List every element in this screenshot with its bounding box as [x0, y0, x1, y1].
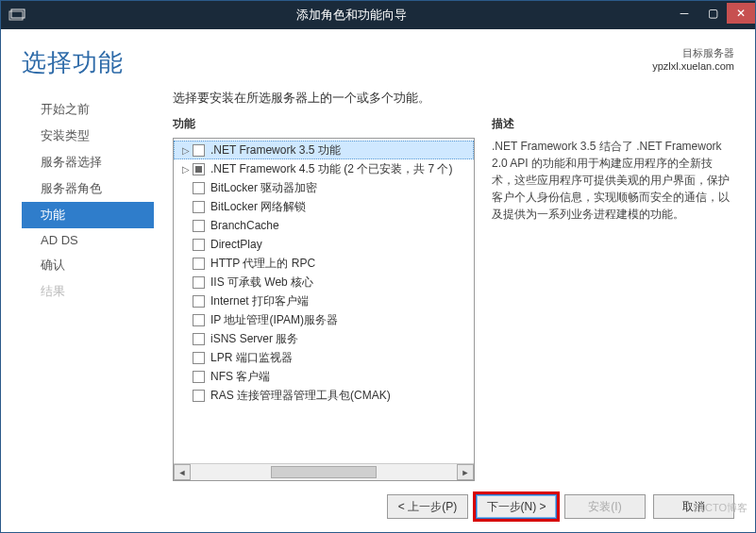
feature-label: RAS 连接管理器管理工具包(CMAK)	[210, 388, 391, 404]
feature-checkbox[interactable]	[193, 276, 205, 289]
feature-label: HTTP 代理上的 RPC	[210, 256, 315, 272]
feature-label: BitLocker 驱动器加密	[210, 180, 317, 196]
content-area: 选择功能 目标服务器 ypzlxl.xuelan.com 开始之前安装类型服务器…	[1, 29, 755, 532]
expand-icon[interactable]: ▷	[179, 164, 193, 175]
target-server-info: 目标服务器 ypzlxl.xuelan.com	[652, 46, 734, 72]
wizard-steps-sidebar: 开始之前安装类型服务器选择服务器角色功能AD DS确认结果	[22, 91, 154, 481]
sidebar-step-7: 结果	[22, 278, 154, 305]
feature-row-4[interactable]: BranchCache	[174, 216, 474, 235]
features-heading: 功能	[173, 116, 475, 132]
next-button[interactable]: 下一步(N) >	[476, 494, 557, 519]
feature-row-3[interactable]: BitLocker 网络解锁	[174, 197, 474, 216]
description-heading: 描述	[492, 116, 734, 132]
window-controls: ─ ▢ ✕	[670, 7, 755, 24]
feature-checkbox[interactable]	[193, 352, 205, 364]
target-server-value: ypzlxl.xuelan.com	[652, 60, 734, 72]
feature-label: IIS 可承载 Web 核心	[210, 275, 313, 291]
scroll-track[interactable]	[191, 464, 457, 480]
feature-label: NFS 客户端	[210, 369, 270, 385]
page-title: 选择功能	[22, 46, 124, 79]
feature-row-7[interactable]: IIS 可承载 Web 核心	[174, 273, 474, 291]
feature-checkbox[interactable]	[193, 239, 205, 251]
sidebar-step-5[interactable]: AD DS	[22, 228, 154, 252]
maximize-button[interactable]: ▢	[698, 3, 727, 24]
feature-label: LPR 端口监视器	[210, 350, 293, 366]
feature-checkbox[interactable]	[193, 390, 205, 402]
features-column: 功能 ▷.NET Framework 3.5 功能▷.NET Framework…	[173, 116, 475, 481]
header-row: 选择功能 目标服务器 ypzlxl.xuelan.com	[22, 46, 734, 79]
description-text: .NET Framework 3.5 结合了 .NET Framework 2.…	[492, 138, 734, 223]
feature-checkbox[interactable]	[193, 144, 205, 157]
feature-row-10[interactable]: iSNS Server 服务	[174, 329, 474, 348]
columns: 功能 ▷.NET Framework 3.5 功能▷.NET Framework…	[173, 116, 734, 481]
feature-row-8[interactable]: Internet 打印客户端	[174, 291, 474, 310]
footer-buttons: < 上一步(P) 下一步(N) > 安装(I) 取消	[22, 481, 734, 519]
feature-checkbox[interactable]	[193, 314, 205, 326]
feature-checkbox[interactable]	[193, 258, 205, 270]
features-list[interactable]: ▷.NET Framework 3.5 功能▷.NET Framework 4.…	[174, 139, 474, 463]
feature-checkbox[interactable]	[193, 201, 205, 213]
main-panel: 选择要安装在所选服务器上的一个或多个功能。 功能 ▷.NET Framework…	[173, 91, 734, 481]
feature-label: BranchCache	[210, 219, 279, 232]
sidebar-step-2[interactable]: 服务器选择	[22, 149, 154, 175]
sidebar-step-4[interactable]: 功能	[22, 202, 154, 228]
titlebar[interactable]: 添加角色和功能向导 ─ ▢ ✕	[1, 1, 755, 29]
scroll-right-button[interactable]: ►	[457, 464, 474, 480]
feature-row-0[interactable]: ▷.NET Framework 3.5 功能	[174, 141, 474, 159]
app-icon	[8, 8, 25, 22]
feature-label: BitLocker 网络解锁	[210, 199, 306, 215]
scroll-thumb[interactable]	[271, 466, 378, 478]
instruction-text: 选择要安装在所选服务器上的一个或多个功能。	[173, 91, 734, 107]
features-listbox: ▷.NET Framework 3.5 功能▷.NET Framework 4.…	[173, 138, 475, 481]
feature-row-2[interactable]: BitLocker 驱动器加密	[174, 178, 474, 197]
feature-label: .NET Framework 4.5 功能 (2 个已安装，共 7 个)	[210, 161, 452, 177]
scroll-left-button[interactable]: ◄	[174, 464, 191, 480]
body-row: 开始之前安装类型服务器选择服务器角色功能AD DS确认结果 选择要安装在所选服务…	[22, 91, 734, 481]
feature-row-1[interactable]: ▷.NET Framework 4.5 功能 (2 个已安装，共 7 个)	[174, 159, 474, 178]
target-server-label: 目标服务器	[652, 46, 734, 60]
feature-row-6[interactable]: HTTP 代理上的 RPC	[174, 254, 474, 273]
feature-checkbox[interactable]	[193, 163, 205, 175]
description-column: 描述 .NET Framework 3.5 结合了 .NET Framework…	[492, 116, 734, 481]
minimize-button[interactable]: ─	[670, 3, 698, 24]
feature-checkbox[interactable]	[193, 333, 205, 345]
horizontal-scrollbar[interactable]: ◄ ►	[174, 463, 474, 480]
sidebar-step-3[interactable]: 服务器角色	[22, 175, 154, 202]
close-button[interactable]: ✕	[727, 3, 755, 24]
feature-checkbox[interactable]	[193, 371, 205, 383]
wizard-window: 添加角色和功能向导 ─ ▢ ✕ 选择功能 目标服务器 ypzlxl.xuelan…	[0, 0, 756, 533]
window-title: 添加角色和功能向导	[33, 7, 670, 24]
feature-row-13[interactable]: RAS 连接管理器管理工具包(CMAK)	[174, 386, 474, 405]
feature-row-11[interactable]: LPR 端口监视器	[174, 348, 474, 367]
sidebar-step-6[interactable]: 确认	[22, 252, 154, 278]
feature-checkbox[interactable]	[193, 220, 205, 232]
feature-label: .NET Framework 3.5 功能	[210, 142, 341, 158]
feature-checkbox[interactable]	[193, 182, 205, 194]
feature-row-12[interactable]: NFS 客户端	[174, 367, 474, 386]
feature-row-5[interactable]: DirectPlay	[174, 235, 474, 254]
watermark: 51CTO博客	[694, 501, 748, 515]
feature-checkbox[interactable]	[193, 295, 205, 308]
sidebar-step-1[interactable]: 安装类型	[22, 123, 154, 149]
feature-label: DirectPlay	[210, 238, 262, 251]
install-button[interactable]: 安装(I)	[564, 494, 646, 519]
previous-button[interactable]: < 上一步(P)	[387, 494, 468, 519]
feature-label: iSNS Server 服务	[210, 331, 298, 347]
feature-label: Internet 打印客户端	[210, 293, 309, 309]
feature-row-9[interactable]: IP 地址管理(IPAM)服务器	[174, 310, 474, 329]
expand-icon[interactable]: ▷	[179, 145, 193, 156]
feature-label: IP 地址管理(IPAM)服务器	[210, 312, 338, 328]
sidebar-step-0[interactable]: 开始之前	[22, 96, 154, 123]
